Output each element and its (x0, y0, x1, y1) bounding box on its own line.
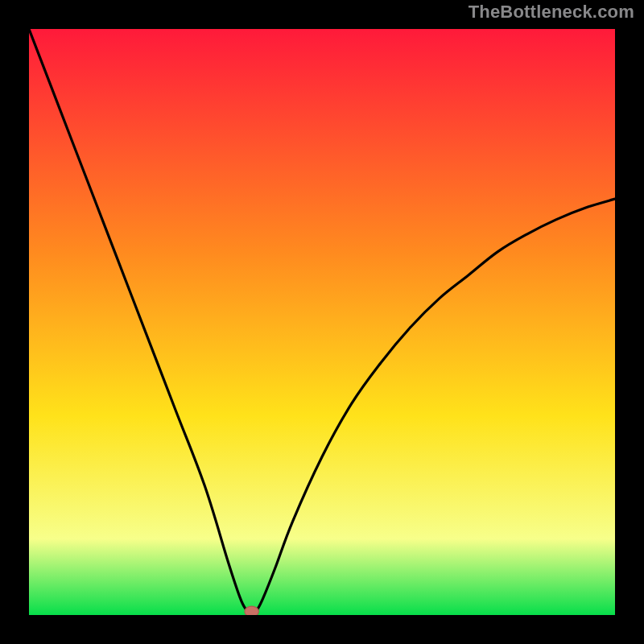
gradient-background (29, 29, 615, 615)
bottleneck-chart (29, 29, 615, 615)
outer-frame: TheBottleneck.com (0, 0, 644, 644)
minimum-marker (245, 606, 258, 615)
watermark-text: TheBottleneck.com (469, 2, 634, 23)
